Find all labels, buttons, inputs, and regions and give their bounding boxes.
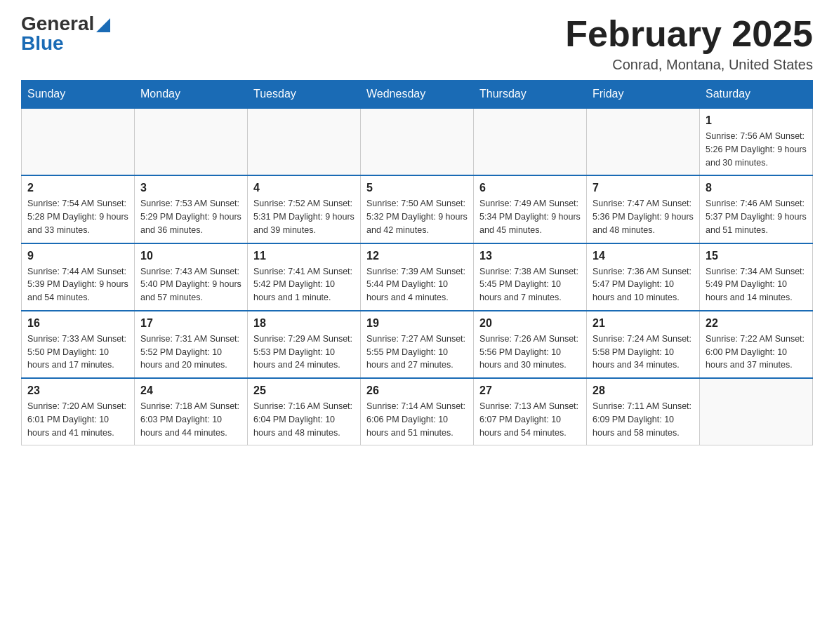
calendar-cell: 3Sunrise: 7:53 AM Sunset: 5:29 PM Daylig…: [135, 175, 248, 243]
day-number: 27: [479, 384, 581, 397]
calendar-cell: 21Sunrise: 7:24 AM Sunset: 5:58 PM Dayli…: [587, 311, 700, 378]
calendar-week-2: 2Sunrise: 7:54 AM Sunset: 5:28 PM Daylig…: [22, 175, 813, 243]
day-number: 4: [253, 182, 355, 194]
calendar-cell: 4Sunrise: 7:52 AM Sunset: 5:31 PM Daylig…: [248, 175, 361, 243]
day-info: Sunrise: 7:46 AM Sunset: 5:37 PM Dayligh…: [706, 197, 807, 236]
day-number: 19: [366, 317, 468, 330]
day-number: 1: [706, 114, 807, 127]
calendar-week-4: 16Sunrise: 7:33 AM Sunset: 5:50 PM Dayli…: [22, 311, 813, 378]
calendar-cell: 26Sunrise: 7:14 AM Sunset: 6:06 PM Dayli…: [361, 378, 474, 445]
calendar-cell: 7Sunrise: 7:47 AM Sunset: 5:36 PM Daylig…: [587, 175, 700, 243]
calendar-header-wednesday: Wednesday: [361, 81, 474, 109]
day-number: 8: [706, 182, 807, 194]
calendar-cell: 22Sunrise: 7:22 AM Sunset: 6:00 PM Dayli…: [700, 311, 813, 378]
day-number: 17: [140, 317, 241, 330]
calendar-cell: [474, 108, 587, 175]
title-area: February 2025 Conrad, Montana, United St…: [565, 14, 813, 73]
calendar-cell: 20Sunrise: 7:26 AM Sunset: 5:56 PM Dayli…: [474, 311, 587, 378]
day-number: 22: [706, 317, 807, 330]
calendar-cell: 19Sunrise: 7:27 AM Sunset: 5:55 PM Dayli…: [361, 311, 474, 378]
day-number: 14: [593, 250, 694, 262]
day-info: Sunrise: 7:36 AM Sunset: 5:47 PM Dayligh…: [593, 265, 694, 304]
calendar-header-thursday: Thursday: [474, 81, 587, 109]
logo-blue: Blue: [21, 34, 64, 53]
calendar-header-sunday: Sunday: [22, 81, 135, 109]
calendar-cell: 18Sunrise: 7:29 AM Sunset: 5:53 PM Dayli…: [248, 311, 361, 378]
calendar-cell: 17Sunrise: 7:31 AM Sunset: 5:52 PM Dayli…: [135, 311, 248, 378]
day-info: Sunrise: 7:56 AM Sunset: 5:26 PM Dayligh…: [706, 130, 807, 169]
calendar-cell: 6Sunrise: 7:49 AM Sunset: 5:34 PM Daylig…: [474, 175, 587, 243]
calendar-header-saturday: Saturday: [700, 81, 813, 109]
calendar-header-friday: Friday: [587, 81, 700, 109]
day-info: Sunrise: 7:26 AM Sunset: 5:56 PM Dayligh…: [479, 333, 581, 372]
calendar-cell: 9Sunrise: 7:44 AM Sunset: 5:39 PM Daylig…: [22, 243, 135, 311]
day-info: Sunrise: 7:38 AM Sunset: 5:45 PM Dayligh…: [479, 265, 581, 304]
day-number: 15: [706, 250, 807, 262]
calendar-cell: [135, 108, 248, 175]
calendar-cell: 27Sunrise: 7:13 AM Sunset: 6:07 PM Dayli…: [474, 378, 587, 445]
day-info: Sunrise: 7:31 AM Sunset: 5:52 PM Dayligh…: [140, 333, 241, 372]
logo-general: General: [21, 14, 94, 34]
calendar-cell: 2Sunrise: 7:54 AM Sunset: 5:28 PM Daylig…: [22, 175, 135, 243]
day-info: Sunrise: 7:44 AM Sunset: 5:39 PM Dayligh…: [27, 265, 128, 304]
day-number: 7: [593, 182, 694, 194]
day-info: Sunrise: 7:13 AM Sunset: 6:07 PM Dayligh…: [479, 400, 581, 439]
day-number: 28: [593, 384, 694, 397]
day-info: Sunrise: 7:43 AM Sunset: 5:40 PM Dayligh…: [140, 265, 241, 304]
calendar-table: SundayMondayTuesdayWednesdayThursdayFrid…: [21, 80, 813, 445]
calendar-header-row: SundayMondayTuesdayWednesdayThursdayFrid…: [22, 81, 813, 109]
calendar-cell: [700, 378, 813, 445]
calendar-cell: 12Sunrise: 7:39 AM Sunset: 5:44 PM Dayli…: [361, 243, 474, 311]
day-info: Sunrise: 7:53 AM Sunset: 5:29 PM Dayligh…: [140, 197, 241, 236]
day-info: Sunrise: 7:14 AM Sunset: 6:06 PM Dayligh…: [366, 400, 468, 439]
day-info: Sunrise: 7:52 AM Sunset: 5:31 PM Dayligh…: [253, 197, 355, 236]
day-number: 21: [593, 317, 694, 330]
day-info: Sunrise: 7:24 AM Sunset: 5:58 PM Dayligh…: [593, 333, 694, 372]
calendar-cell: 15Sunrise: 7:34 AM Sunset: 5:49 PM Dayli…: [700, 243, 813, 311]
day-info: Sunrise: 7:54 AM Sunset: 5:28 PM Dayligh…: [27, 197, 128, 236]
day-number: 11: [253, 250, 355, 262]
calendar-cell: 25Sunrise: 7:16 AM Sunset: 6:04 PM Dayli…: [248, 378, 361, 445]
calendar-week-3: 9Sunrise: 7:44 AM Sunset: 5:39 PM Daylig…: [22, 243, 813, 311]
day-info: Sunrise: 7:33 AM Sunset: 5:50 PM Dayligh…: [27, 333, 128, 372]
calendar-cell: 28Sunrise: 7:11 AM Sunset: 6:09 PM Dayli…: [587, 378, 700, 445]
calendar-cell: 14Sunrise: 7:36 AM Sunset: 5:47 PM Dayli…: [587, 243, 700, 311]
day-info: Sunrise: 7:47 AM Sunset: 5:36 PM Dayligh…: [593, 197, 694, 236]
day-number: 18: [253, 317, 355, 330]
day-info: Sunrise: 7:20 AM Sunset: 6:01 PM Dayligh…: [27, 400, 128, 439]
day-number: 2: [27, 182, 128, 194]
day-number: 10: [140, 250, 241, 262]
day-number: 20: [479, 317, 581, 330]
calendar-cell: 16Sunrise: 7:33 AM Sunset: 5:50 PM Dayli…: [22, 311, 135, 378]
day-number: 25: [253, 384, 355, 397]
day-info: Sunrise: 7:34 AM Sunset: 5:49 PM Dayligh…: [706, 265, 807, 304]
calendar-cell: [22, 108, 135, 175]
calendar-header-monday: Monday: [135, 81, 248, 109]
logo-triangle-icon: [96, 18, 110, 32]
calendar-cell: 1Sunrise: 7:56 AM Sunset: 5:26 PM Daylig…: [700, 108, 813, 175]
calendar-week-1: 1Sunrise: 7:56 AM Sunset: 5:26 PM Daylig…: [22, 108, 813, 175]
day-number: 23: [27, 384, 128, 397]
day-number: 5: [366, 182, 468, 194]
day-number: 12: [366, 250, 468, 262]
day-info: Sunrise: 7:49 AM Sunset: 5:34 PM Dayligh…: [479, 197, 581, 236]
day-number: 9: [27, 250, 128, 262]
calendar-cell: [587, 108, 700, 175]
calendar-cell: 10Sunrise: 7:43 AM Sunset: 5:40 PM Dayli…: [135, 243, 248, 311]
day-info: Sunrise: 7:29 AM Sunset: 5:53 PM Dayligh…: [253, 333, 355, 372]
day-info: Sunrise: 7:11 AM Sunset: 6:09 PM Dayligh…: [593, 400, 694, 439]
calendar-cell: 13Sunrise: 7:38 AM Sunset: 5:45 PM Dayli…: [474, 243, 587, 311]
calendar-cell: 23Sunrise: 7:20 AM Sunset: 6:01 PM Dayli…: [22, 378, 135, 445]
day-number: 3: [140, 182, 241, 194]
day-info: Sunrise: 7:50 AM Sunset: 5:32 PM Dayligh…: [366, 197, 468, 236]
calendar-cell: 24Sunrise: 7:18 AM Sunset: 6:03 PM Dayli…: [135, 378, 248, 445]
calendar-week-5: 23Sunrise: 7:20 AM Sunset: 6:01 PM Dayli…: [22, 378, 813, 445]
day-number: 26: [366, 384, 468, 397]
calendar-cell: 5Sunrise: 7:50 AM Sunset: 5:32 PM Daylig…: [361, 175, 474, 243]
calendar-title: February 2025: [565, 14, 813, 54]
day-number: 13: [479, 250, 581, 262]
day-info: Sunrise: 7:22 AM Sunset: 6:00 PM Dayligh…: [706, 333, 807, 372]
calendar-cell: 11Sunrise: 7:41 AM Sunset: 5:42 PM Dayli…: [248, 243, 361, 311]
day-info: Sunrise: 7:41 AM Sunset: 5:42 PM Dayligh…: [253, 265, 355, 304]
day-info: Sunrise: 7:27 AM Sunset: 5:55 PM Dayligh…: [366, 333, 468, 372]
